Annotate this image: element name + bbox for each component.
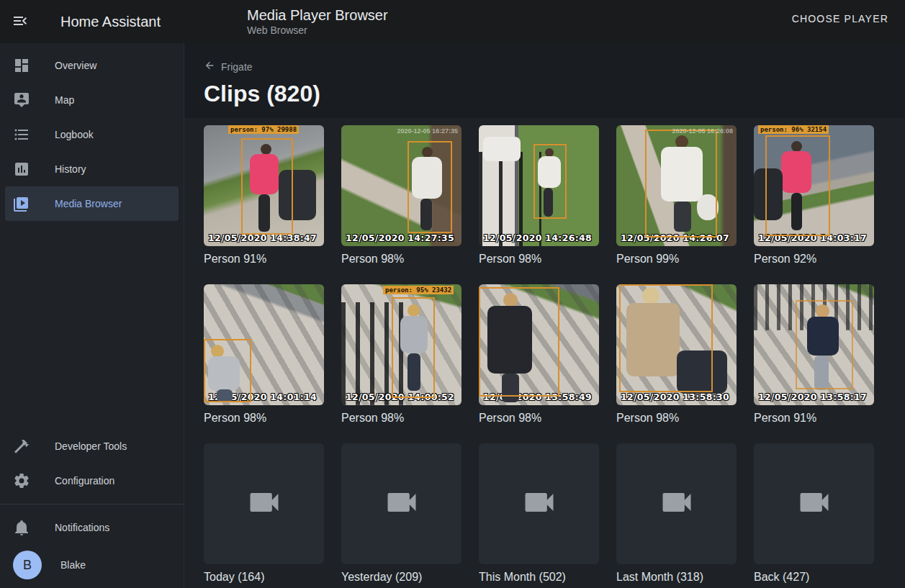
page-heading: Clips (820) (204, 81, 886, 107)
clip-thumbnail: person: 96% 32154 12/05/2020 14:03:17 (754, 125, 874, 246)
camera-osd-timestamp: 2020-12-05 16:26:08 (672, 127, 733, 135)
media-browser-main: Frigate Clips (820) person: 97% 29988 12… (184, 43, 905, 588)
clip-thumbnail: 12/05/2020 14:26:48 (479, 125, 599, 246)
folder-thumbnail (479, 443, 599, 564)
media-grid-area: person: 97% 29988 12/05/2020 14:38:47 Pe… (184, 118, 905, 588)
detection-bounding-box (533, 144, 567, 219)
clip-thumbnail: person: 97% 29988 12/05/2020 14:38:47 (204, 125, 324, 246)
clip-thumbnail: 12/05/2020 13:58:49 (479, 284, 599, 405)
clip-title: Person 98% (204, 411, 324, 425)
avatar: B (13, 551, 42, 579)
sidebar-item-label: Media Browser (55, 198, 122, 209)
video-camera-icon (246, 484, 283, 524)
folder-title: Today (164) (204, 570, 324, 584)
page-title: Media Player Browser (247, 6, 388, 24)
logbook-list-icon (13, 126, 30, 143)
video-camera-icon (383, 484, 420, 524)
media-folder-back-[interactable]: Back (427) (754, 443, 874, 584)
sidebar-item-logbook[interactable]: Logbook (5, 117, 179, 152)
sidebar-item-label: Notifications (55, 522, 109, 533)
sidebar-item-overview[interactable]: Overview (5, 48, 179, 83)
folder-thumbnail (754, 443, 874, 564)
clip-title: Person 92% (754, 252, 874, 266)
timestamp-overlay: 12/05/2020 14:27:35 (346, 232, 454, 243)
sidebar-item-configuration[interactable]: Configuration (5, 463, 179, 498)
sidebar-item-label: Developer Tools (55, 440, 127, 452)
detection-bounding-box (619, 284, 713, 392)
media-folder-this-month-[interactable]: This Month (502) (479, 443, 599, 584)
clip-title: Person 98% (341, 411, 461, 425)
sidebar-item-developer-tools[interactable]: Developer Tools (5, 429, 179, 463)
sidebar-item-label: Configuration (55, 475, 114, 487)
clip-card[interactable]: 12/05/2020 13:58:49 Person 98% (479, 284, 599, 425)
detection-bounding-box (241, 138, 293, 235)
bell-icon (13, 519, 30, 536)
map-account-icon (13, 91, 30, 109)
clip-card[interactable]: 12/05/2020 13:58:30 Person 98% (616, 284, 737, 425)
media-folder-yesterday-[interactable]: Yesterday (209) (341, 443, 461, 584)
sidebar: Overview Map Logbook History Media Brows… (0, 43, 184, 588)
sidebar-divider (0, 504, 184, 505)
clip-thumbnail: 12/05/2020 13:58:30 (616, 284, 737, 405)
choose-player-button[interactable]: CHOOSE PLAYER (792, 13, 888, 24)
clip-card[interactable]: 2020-12-05 16:27:35 12/05/2020 14:27:35 … (341, 125, 461, 266)
clip-card[interactable]: 12/05/2020 13:58:17 Person 91% (754, 284, 874, 425)
folder-title: Last Month (318) (616, 570, 737, 584)
clip-thumbnail: 12/05/2020 14:01:14 (204, 284, 324, 405)
detection-bounding-box (392, 297, 435, 398)
clip-thumbnail: 2020-12-05 16:26:08 12/05/2020 14:26:07 (616, 125, 737, 246)
sidebar-toggle-button[interactable] (6, 7, 35, 36)
app-title: Home Assistant (60, 14, 161, 30)
sidebar-item-media-browser[interactable]: Media Browser (5, 186, 179, 221)
folder-title: Yesterday (209) (341, 570, 461, 584)
timestamp-overlay: 12/05/2020 13:58:17 (758, 392, 867, 402)
breadcrumb-back[interactable]: Frigate (204, 60, 253, 73)
media-browser-icon (13, 195, 30, 212)
clip-title: Person 91% (754, 411, 874, 425)
sidebar-nav: Overview Map Logbook History Media Brows… (0, 48, 184, 221)
clip-thumbnail: person: 95% 23432 12/05/2020 14:00:52 (341, 284, 461, 405)
clip-card[interactable]: person: 96% 32154 12/05/2020 14:03:17 Pe… (754, 125, 874, 266)
sidebar-profile[interactable]: B Blake (5, 545, 179, 585)
page-header: Media Player Browser Web Browser (247, 6, 388, 37)
clip-title: Person 99% (616, 252, 737, 266)
app-bar: Home Assistant Media Player Browser Web … (0, 0, 905, 43)
media-folder-last-month-[interactable]: Last Month (318) (616, 443, 737, 584)
clip-thumbnail: 12/05/2020 13:58:17 (754, 284, 874, 405)
clip-card[interactable]: person: 97% 29988 12/05/2020 14:38:47 Pe… (204, 125, 324, 266)
media-folder-today-[interactable]: Today (164) (204, 443, 324, 584)
detection-label: person: 97% 29988 (228, 125, 299, 134)
detection-label: person: 95% 23432 (383, 286, 454, 294)
detection-bounding-box (479, 287, 559, 397)
camera-osd-timestamp: 2020-12-05 16:27:35 (397, 127, 458, 135)
clip-card[interactable]: person: 95% 23432 12/05/2020 14:00:52 Pe… (341, 284, 461, 425)
media-header: Frigate Clips (820) (184, 43, 905, 118)
scene-object (483, 137, 521, 161)
sidebar-item-label: Logbook (55, 129, 94, 140)
detection-bounding-box (796, 300, 853, 389)
detection-label: person: 96% 32154 (758, 125, 829, 134)
video-camera-icon (658, 484, 695, 524)
sidebar-item-label: Overview (55, 60, 96, 71)
sidebar-item-history[interactable]: History (5, 152, 179, 186)
hammer-icon (13, 438, 30, 455)
sidebar-item-map[interactable]: Map (5, 83, 179, 117)
clip-card[interactable]: 12/05/2020 14:01:14 Person 98% (204, 284, 324, 425)
video-camera-icon (521, 484, 558, 524)
clip-thumbnail: 2020-12-05 16:27:35 12/05/2020 14:27:35 (341, 125, 461, 246)
clip-card[interactable]: 12/05/2020 14:26:48 Person 98% (479, 125, 599, 266)
timestamp-overlay: 12/05/2020 14:26:48 (483, 232, 592, 243)
folder-title: Back (427) (754, 570, 874, 584)
clip-card[interactable]: 2020-12-05 16:26:08 12/05/2020 14:26:07 … (616, 125, 737, 266)
sidebar-bottom-nav: Developer Tools Configuration (0, 429, 184, 498)
clip-title: Person 98% (341, 252, 461, 266)
clip-title: Person 98% (616, 411, 737, 425)
sidebar-item-notifications[interactable]: Notifications (5, 510, 179, 545)
folder-thumbnail (616, 443, 737, 564)
menu-open-icon (12, 12, 29, 32)
detection-bounding-box (408, 141, 452, 233)
sidebar-item-label: History (55, 163, 86, 175)
detection-bounding-box (765, 135, 830, 236)
folder-thumbnail (341, 443, 461, 564)
page-subtitle: Web Browser (247, 24, 388, 37)
